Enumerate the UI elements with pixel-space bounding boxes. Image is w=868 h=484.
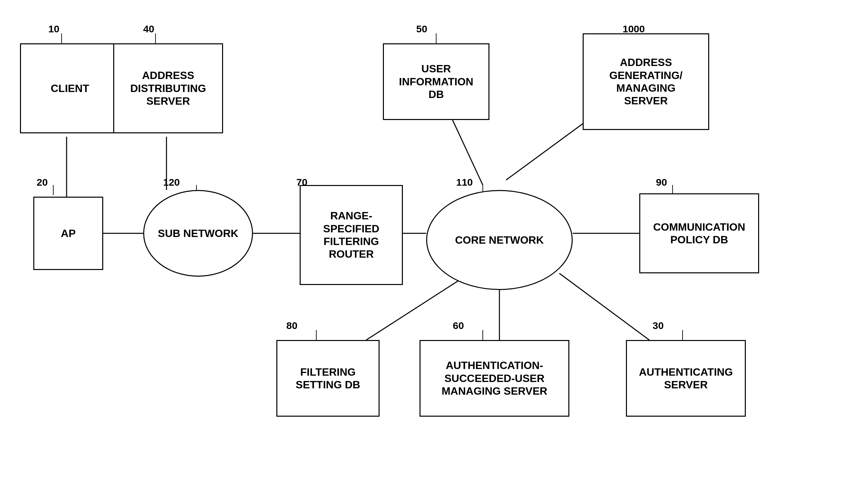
label-50: 50 <box>416 23 427 35</box>
label-1000: 1000 <box>623 23 645 35</box>
label-60: 60 <box>453 320 464 331</box>
label-120: 120 <box>163 177 180 188</box>
core-network-node: CORE NETWORK <box>426 190 573 290</box>
ap-node: AP <box>33 197 103 270</box>
range-specified-node: RANGE-SPECIFIEDFILTERINGROUTER <box>300 185 403 285</box>
client-node: CLIENT <box>20 43 120 133</box>
label-10: 10 <box>48 23 59 35</box>
label-40: 40 <box>143 23 154 35</box>
filtering-setting-node: FILTERINGSETTING DB <box>276 340 379 417</box>
sub-network-node: SUB NETWORK <box>143 190 253 277</box>
auth-succeeded-node: AUTHENTICATION-SUCCEEDED-USERMANAGING SE… <box>420 340 569 417</box>
address-distributing-node: ADDRESSDISTRIBUTINGSERVER <box>113 43 223 133</box>
label-30: 30 <box>653 320 663 331</box>
communication-policy-node: COMMUNICATIONPOLICY DB <box>639 193 759 273</box>
label-90: 90 <box>656 177 667 188</box>
label-20: 20 <box>37 177 48 188</box>
svg-line-5 <box>450 113 483 185</box>
svg-line-10 <box>366 280 460 340</box>
diagram-container: 10 40 50 1000 20 120 70 110 90 80 60 30 … <box>0 0 868 484</box>
label-110: 110 <box>456 177 473 188</box>
authenticating-server-node: AUTHENTICATINGSERVER <box>626 340 746 417</box>
svg-line-8 <box>559 273 649 340</box>
label-80: 80 <box>286 320 297 331</box>
address-generating-node: ADDRESSGENERATING/MANAGINGSERVER <box>583 33 709 130</box>
user-info-db-node: USERINFORMATIONDB <box>383 43 490 120</box>
